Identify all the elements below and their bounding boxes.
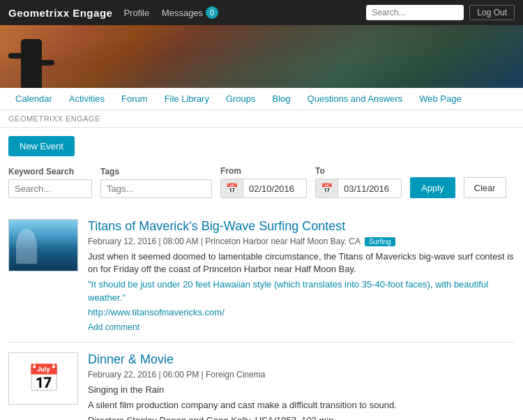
hero-overlay bbox=[0, 25, 523, 88]
event-datetime-1: February 12, 2016 | 08:00 AM | Princeton… bbox=[88, 237, 361, 246]
tags-label: Tags bbox=[100, 167, 212, 177]
top-bar-right: Log Out bbox=[366, 5, 515, 20]
nav-calendar[interactable]: Calendar bbox=[7, 88, 61, 110]
event-item-1: Titans of Maverick's Big-Wave Surfing Co… bbox=[8, 209, 515, 343]
event-desc2-2: A silent film production company and cas… bbox=[88, 399, 515, 412]
keyword-label: Keyword Search bbox=[8, 167, 92, 177]
content-area: New Event Keyword Search Tags From 📅 To … bbox=[0, 128, 523, 420]
to-label: To bbox=[315, 166, 402, 176]
from-date-group: From 📅 bbox=[220, 166, 307, 198]
filters-bar: Keyword Search Tags From 📅 To 📅 Apply Cl… bbox=[8, 166, 515, 198]
event-datetime-2: February 22, 2016 | 06:00 PM | Foreign C… bbox=[88, 370, 265, 380]
nav-blog[interactable]: Blog bbox=[264, 88, 299, 110]
main-nav: Calendar Activities Forum File Library G… bbox=[0, 88, 523, 110]
cactus-silhouette bbox=[21, 39, 42, 88]
logo: Geometrixx Engage bbox=[8, 7, 112, 19]
from-label: From bbox=[220, 166, 307, 176]
calendar-icon: 📅 bbox=[27, 363, 60, 393]
add-comment-1[interactable]: Add comment bbox=[88, 322, 139, 332]
from-date-input[interactable] bbox=[243, 180, 306, 197]
clear-button[interactable]: Clear bbox=[464, 177, 506, 198]
event-tag-1: Surfing bbox=[365, 237, 395, 246]
keyword-filter-group: Keyword Search bbox=[8, 167, 92, 198]
breadcrumb: GEOMETRIXX ENGAGE bbox=[0, 110, 523, 128]
event-thumbnail-2: 📅 bbox=[8, 352, 78, 405]
nav-web-page[interactable]: Web Page bbox=[411, 88, 469, 110]
event-thumbnail-1 bbox=[8, 219, 78, 271]
messages-link[interactable]: Messages 0 bbox=[162, 8, 218, 18]
to-date-group: To 📅 bbox=[315, 166, 402, 198]
event-title-1[interactable]: Titans of Maverick's Big-Wave Surfing Co… bbox=[88, 219, 515, 234]
event-quote-1: "It should be just under 20 feet Hawaiia… bbox=[88, 278, 515, 303]
profile-link[interactable]: Profile bbox=[123, 8, 149, 18]
to-calendar-icon[interactable]: 📅 bbox=[316, 179, 338, 197]
event-desc2-3: Directors Stanley Donen and Gene Kelly, … bbox=[88, 414, 515, 420]
messages-count: 0 bbox=[206, 6, 218, 19]
top-bar: Geometrixx Engage Profile Messages 0 Log… bbox=[0, 0, 523, 25]
event-item-2: 📅 Dinner & Movie February 22, 2016 | 06:… bbox=[8, 343, 515, 420]
tags-filter-group: Tags bbox=[100, 167, 212, 198]
logout-button[interactable]: Log Out bbox=[469, 5, 515, 20]
to-date-wrap: 📅 bbox=[315, 179, 402, 198]
nav-groups[interactable]: Groups bbox=[218, 88, 264, 110]
surf-image bbox=[9, 220, 77, 271]
event-content-1: Titans of Maverick's Big-Wave Surfing Co… bbox=[88, 219, 515, 332]
apply-button[interactable]: Apply bbox=[410, 177, 455, 198]
event-list: Titans of Maverick's Big-Wave Surfing Co… bbox=[8, 209, 515, 420]
from-calendar-icon[interactable]: 📅 bbox=[221, 179, 243, 197]
to-date-input[interactable] bbox=[338, 180, 401, 197]
event-meta-2: February 22, 2016 | 06:00 PM | Foreign C… bbox=[88, 370, 515, 380]
nav-questions-answers[interactable]: Questions and Answers bbox=[299, 88, 411, 110]
event-link-1[interactable]: http://www.titansofmavericks.com/ bbox=[88, 307, 515, 317]
event-desc2-1: Singing in the Rain bbox=[88, 384, 515, 396]
nav-activities[interactable]: Activities bbox=[61, 88, 113, 110]
tags-input[interactable] bbox=[100, 179, 212, 198]
event-title-2[interactable]: Dinner & Movie bbox=[88, 352, 515, 367]
from-date-wrap: 📅 bbox=[220, 179, 307, 198]
event-content-2: Dinner & Movie February 22, 2016 | 06:00… bbox=[88, 352, 515, 420]
nav-forum[interactable]: Forum bbox=[113, 88, 156, 110]
search-input[interactable] bbox=[366, 5, 464, 20]
messages-badge: Messages 0 bbox=[162, 6, 218, 19]
top-nav: Profile Messages 0 bbox=[123, 6, 228, 19]
nav-file-library[interactable]: File Library bbox=[156, 88, 218, 110]
keyword-input[interactable] bbox=[8, 179, 92, 198]
event-desc-1: Just when it seemed doomed to lamentable… bbox=[88, 250, 515, 276]
new-event-button[interactable]: New Event bbox=[8, 136, 75, 156]
hero-image bbox=[0, 25, 523, 88]
event-meta-1: February 12, 2016 | 08:00 AM | Princeton… bbox=[88, 237, 515, 246]
